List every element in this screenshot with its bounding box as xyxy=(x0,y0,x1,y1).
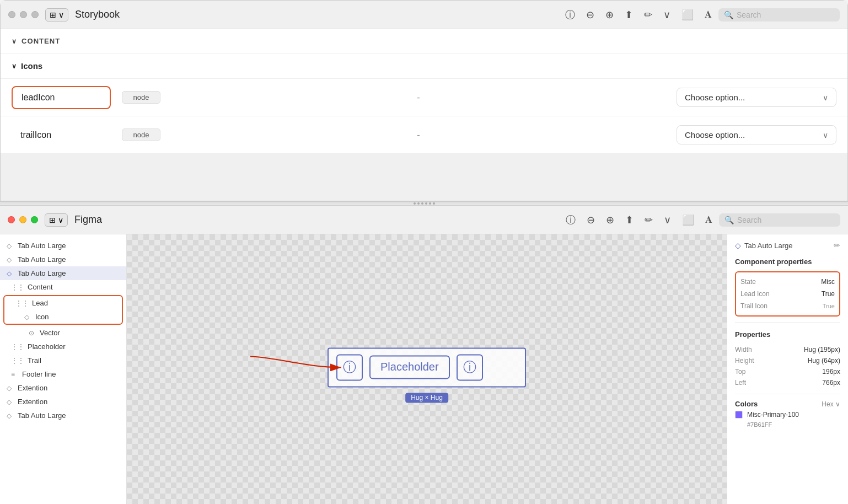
figma-search-bar[interactable]: 🔍 Search xyxy=(719,213,840,227)
resize-handle[interactable] xyxy=(0,201,848,206)
sidebar-item-extention-1[interactable]: ◇ Extention xyxy=(0,381,126,395)
colors-header: Colors Hex ∨ xyxy=(735,400,840,408)
sidebar-item-tab-auto-large-1[interactable]: ◇ Tab Auto Large xyxy=(0,239,126,253)
sidebar-item-trail[interactable]: ⋮⋮ Trail xyxy=(0,353,126,367)
trail-icon-prop-row: trailIcon node - Choose option... ∨ xyxy=(1,116,847,154)
sidebar-item-content[interactable]: ⋮⋮ Content xyxy=(0,280,126,294)
figma-canvas[interactable]: ⓘ Placeholder ⓘ Hug × Hug xyxy=(127,234,727,504)
chevron-icon[interactable]: ∨ xyxy=(664,214,671,226)
trail-icon-element: ⓘ xyxy=(457,354,483,380)
component-name: ◇ Tab Auto Large xyxy=(735,241,792,250)
lines-icon: ≡ xyxy=(11,371,19,378)
pen-icon[interactable]: ✏ xyxy=(645,214,653,226)
search-bar[interactable]: 🔍 Search xyxy=(718,8,840,22)
divider2 xyxy=(735,394,840,394)
tab-component-container: ⓘ Placeholder ⓘ Hug × Hug xyxy=(328,347,526,387)
sidebar-icon: ⊞ xyxy=(50,10,56,19)
info-icon[interactable]: ⓘ xyxy=(566,213,576,227)
icons-section-header[interactable]: ∨ Icons xyxy=(1,53,847,79)
sidebar-item-tab-auto-large-3[interactable]: ◇ Tab Auto Large xyxy=(0,266,126,280)
sidebar-item-vector[interactable]: ⊙ Vector xyxy=(0,326,126,340)
share-icon[interactable]: ⬆ xyxy=(625,214,634,226)
minimize-button[interactable] xyxy=(19,216,26,223)
edit-icon[interactable]: ✏ xyxy=(834,241,840,250)
type-icon[interactable]: 𝐀 xyxy=(705,214,712,226)
circle-icon: ⊙ xyxy=(29,329,36,337)
sidebar-item-placeholder[interactable]: ⋮⋮ Placeholder xyxy=(0,340,126,353)
pen-icon[interactable]: ✏ xyxy=(644,9,652,21)
sidebar-item-tab-auto-large-2[interactable]: ◇ Tab Auto Large xyxy=(0,253,126,266)
figma-traffic-lights xyxy=(8,216,38,223)
tab-component[interactable]: ⓘ Placeholder ⓘ xyxy=(328,347,526,387)
lead-icon-highlight-box: ⋮⋮ Lead ◇ Icon xyxy=(3,295,123,325)
lead-icon-select[interactable]: Choose option... ∨ xyxy=(677,88,836,107)
lead-icon-label: leadIcon xyxy=(12,86,111,109)
color-hex: #7B61FF xyxy=(735,421,840,428)
sidebar-toggle[interactable]: ⊞ ∨ xyxy=(45,8,68,22)
sidebar-item-tab-auto-large-4[interactable]: ◇ Tab Auto Large xyxy=(0,409,126,422)
diamond-icon: ◇ xyxy=(7,412,14,420)
figma-toolbar-icons: ⓘ ⊖ ⊕ ⬆ ✏ ∨ ⬜ 𝐀 xyxy=(566,213,712,227)
fullscreen-button[interactable] xyxy=(31,216,38,223)
top-prop: Top 196px xyxy=(735,366,840,377)
chevron-icon[interactable]: ∨ xyxy=(663,9,670,21)
component-properties-title: Component properties xyxy=(735,258,840,266)
storybook-traffic-lights xyxy=(8,11,39,18)
frame-icon[interactable]: ⬜ xyxy=(681,9,694,21)
search-icon: 🔍 xyxy=(724,216,734,224)
trail-icon-select[interactable]: Choose option... ∨ xyxy=(677,125,836,144)
bars-icon: ⋮⋮ xyxy=(11,357,24,364)
hex-label[interactable]: Hex ∨ xyxy=(822,400,840,408)
search-placeholder: Search xyxy=(737,10,761,19)
placeholder-element: Placeholder xyxy=(369,355,450,379)
trail-icon-dash: - xyxy=(171,130,665,140)
width-prop: Width Hug (195px) xyxy=(735,344,840,355)
sidebar-icon: ⊞ xyxy=(49,216,56,224)
storybook-content: ∨ CONTENT ∨ Icons leadIcon node - Choose… xyxy=(1,29,847,154)
lead-icon-prop-row: leadIcon node - Choose option... ∨ xyxy=(1,79,847,116)
state-prop: State Misc xyxy=(740,276,835,288)
height-prop: Height Hug (64px) xyxy=(735,355,840,366)
minimize-button[interactable] xyxy=(20,11,27,18)
chevron-down-icon: ∨ xyxy=(58,10,64,19)
sidebar-item-extention-2[interactable]: ◇ Extention xyxy=(0,395,126,409)
sidebar-item-lead[interactable]: ⋮⋮ Lead xyxy=(4,296,122,310)
zoom-in-icon[interactable]: ⊕ xyxy=(606,214,614,226)
diamond-icon: ◇ xyxy=(7,270,14,277)
component-props-highlight-box: State Misc Lead Icon True Trail Icon Tru… xyxy=(735,271,840,317)
sidebar-item-icon[interactable]: ◇ Icon xyxy=(4,310,122,324)
share-icon[interactable]: ⬆ xyxy=(625,9,633,21)
trail-icon-type: node xyxy=(122,128,160,141)
divider xyxy=(735,322,840,323)
trail-icon-label: trailIcon xyxy=(12,125,111,146)
chevron-down-icon: ∨ xyxy=(58,216,63,224)
zoom-out-icon[interactable]: ⊖ xyxy=(587,214,595,226)
frame-icon[interactable]: ⬜ xyxy=(682,214,694,226)
lead-icon-element: ⓘ xyxy=(336,354,363,380)
type-icon[interactable]: 𝐀 xyxy=(705,9,712,20)
zoom-in-icon[interactable]: ⊕ xyxy=(605,9,614,21)
lead-icon-type: node xyxy=(122,91,160,104)
lead-icon-dash: - xyxy=(171,93,665,103)
chevron-down-icon: ∨ xyxy=(12,62,17,70)
diamond-icon: ◇ xyxy=(7,242,14,250)
color-name: Misc-Primary-100 xyxy=(747,411,840,419)
color-swatch xyxy=(735,411,743,419)
close-button[interactable] xyxy=(8,11,15,18)
fullscreen-button[interactable] xyxy=(31,11,39,18)
zoom-out-icon[interactable]: ⊖ xyxy=(586,9,594,21)
icons-title: Icons xyxy=(21,61,42,71)
section-title: CONTENT xyxy=(22,37,60,45)
chevron-down-icon: ∨ xyxy=(823,93,828,102)
figma-sidebar-toggle[interactable]: ⊞ ∨ xyxy=(45,213,68,227)
figma-search-placeholder: Search xyxy=(737,216,761,224)
close-button[interactable] xyxy=(8,216,15,223)
rpanel-component-header: ◇ Tab Auto Large ✏ xyxy=(735,241,840,250)
sidebar-item-footer-line[interactable]: ≡ Footer line xyxy=(0,367,126,381)
search-icon: 🔍 xyxy=(724,10,733,19)
bars-icon: ⋮⋮ xyxy=(11,343,24,351)
content-section-header[interactable]: ∨ CONTENT xyxy=(1,29,847,53)
figma-sidebar: ◇ Tab Auto Large ◇ Tab Auto Large ◇ Tab … xyxy=(0,234,127,504)
info-icon[interactable]: ⓘ xyxy=(565,8,575,22)
figma-app-title: Figma xyxy=(74,214,102,226)
